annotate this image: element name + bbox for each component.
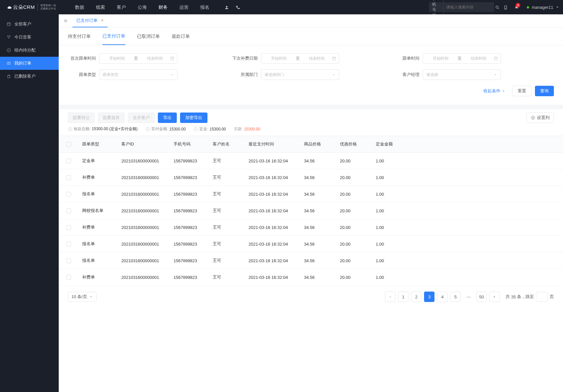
phone-icon[interactable] [236, 4, 240, 10]
logo[interactable]: 云朵CRM 教育机构一站式服务云平台 [7, 4, 56, 11]
top-nav-item[interactable]: 客户 [111, 0, 132, 14]
user-menu[interactable]: manager11 [527, 5, 560, 10]
mobile-icon[interactable] [503, 4, 508, 10]
top-nav-item[interactable]: 数据 [69, 0, 90, 14]
svg-point-1 [496, 6, 498, 8]
bell-icon[interactable]: 5 [514, 4, 519, 10]
top-nav-item[interactable]: 线索 [90, 0, 111, 14]
top-nav-item[interactable]: 财务 [153, 0, 174, 14]
top-nav-item[interactable]: 报名 [194, 0, 215, 14]
person-icon[interactable] [224, 4, 229, 10]
search-box: 手机号码 [429, 2, 494, 12]
svg-line-2 [498, 8, 499, 9]
top-nav: 数据线索客户公海财务运营报名 [69, 0, 215, 14]
top-nav-item[interactable]: 公海 [132, 0, 153, 14]
logo-subtitle: 教育机构一站式服务云平台 [40, 4, 56, 10]
cloud-icon [7, 4, 12, 11]
status-dot [527, 6, 529, 8]
topbar: 云朵CRM 教育机构一站式服务云平台 数据线索客户公海财务运营报名 手机号码 5… [0, 0, 563, 14]
search-icon[interactable] [495, 5, 500, 10]
logo-text: 云朵CRM [13, 4, 35, 10]
username: manager11 [532, 5, 553, 10]
search-input[interactable] [446, 5, 495, 9]
svg-point-0 [226, 6, 227, 8]
top-nav-item[interactable]: 运营 [174, 0, 194, 14]
search-type-select[interactable]: 手机号码 [432, 0, 444, 14]
notification-badge: 5 [516, 3, 520, 8]
